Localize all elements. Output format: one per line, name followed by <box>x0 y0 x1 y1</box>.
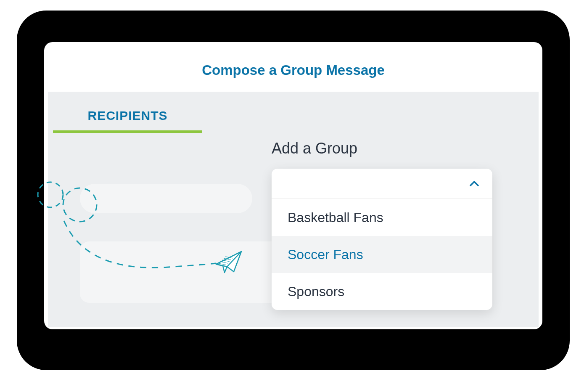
dropdown-option-label: Basketball Fans <box>288 210 383 225</box>
add-group-label: Add a Group <box>272 140 357 157</box>
page-title: Compose a Group Message <box>44 42 542 92</box>
chevron-up-icon <box>470 179 479 188</box>
dropdown-option-sponsors[interactable]: Sponsors <box>272 273 492 310</box>
dropdown-option-soccer-fans[interactable]: Soccer Fans <box>272 236 492 273</box>
tab-recipients-label: RECIPIENTS <box>87 109 167 122</box>
recipient-pill-placeholder[interactable] <box>80 184 252 213</box>
dropdown-option-label: Soccer Fans <box>288 247 363 262</box>
tab-recipients[interactable]: RECIPIENTS <box>53 109 202 133</box>
compose-panel: RECIPIENTS Add a Group <box>48 92 539 327</box>
dropdown-option-basketball-fans[interactable]: Basketball Fans <box>272 199 492 236</box>
group-dropdown[interactable]: Basketball Fans Soccer Fans Sponsors <box>272 169 492 310</box>
dropdown-toggle[interactable] <box>272 169 492 199</box>
dropdown-option-label: Sponsors <box>288 284 344 299</box>
compose-card: Compose a Group Message RECIPIENTS Add a… <box>44 42 542 329</box>
